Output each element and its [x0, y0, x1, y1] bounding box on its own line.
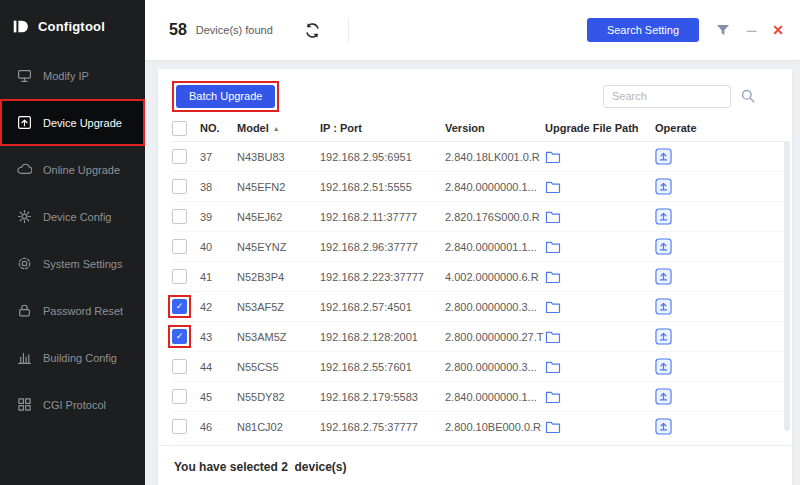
cell-version: 2.840.0000000.1... [445, 181, 545, 193]
upgrade-device-icon[interactable] [655, 208, 672, 225]
browse-upgrade-file-icon[interactable] [545, 270, 561, 284]
browse-upgrade-file-icon[interactable] [545, 150, 561, 164]
table-row: 46N81CJ02192.168.2.75:377772.800.10BE000… [172, 412, 786, 442]
browse-upgrade-file-icon[interactable] [545, 330, 561, 344]
cell-model: N45EJ62 [237, 211, 320, 223]
upgrade-device-icon[interactable] [655, 298, 672, 315]
minimize-button[interactable]: ─ [747, 24, 756, 37]
logo-icon [12, 19, 31, 34]
search-button[interactable] [740, 88, 756, 104]
row-checkbox[interactable] [172, 149, 187, 164]
sidebar-item-device-config[interactable]: Device Config [0, 193, 145, 240]
header-no[interactable]: NO. [200, 122, 237, 134]
cell-ip-port: 192.168.2.223:37777 [320, 271, 445, 283]
close-button[interactable]: ✕ [772, 23, 784, 37]
table-row: 45N55DY82192.168.2.179:55832.840.0000000… [172, 382, 786, 412]
row-checkbox[interactable]: ✓ [172, 299, 187, 314]
cell-ip-port: 192.168.2.55:7601 [320, 361, 445, 373]
row-checkbox[interactable] [172, 389, 187, 404]
table-row: 41N52B3P4192.168.2.223:377774.002.000000… [172, 262, 786, 292]
device-count: 58 [169, 21, 187, 39]
row-checkbox[interactable] [172, 419, 187, 434]
header-ip-port[interactable]: IP : Port [320, 122, 445, 134]
checkbox-highlight [172, 149, 187, 164]
browse-upgrade-file-icon[interactable] [545, 210, 561, 224]
device-upgrade-icon [17, 115, 32, 130]
sidebar-item-device-upgrade[interactable]: Device Upgrade [0, 99, 145, 146]
cell-no: 40 [200, 241, 237, 253]
cell-model: N45EYNZ [237, 241, 320, 253]
checkbox-highlight [172, 239, 187, 254]
upgrade-device-icon[interactable] [655, 418, 672, 435]
table-row: 38N45EFN2192.168.2.51:55552.840.0000000.… [172, 172, 786, 202]
checkbox-highlight [172, 209, 187, 224]
sidebar-item-label: Password Reset [43, 305, 123, 317]
upgrade-device-icon[interactable] [655, 268, 672, 285]
topbar-right: Search Setting ─ ✕ [587, 18, 784, 42]
modify-ip-icon [17, 68, 32, 83]
cell-model: N81CJ02 [237, 421, 320, 433]
online-upgrade-icon [17, 162, 32, 177]
cell-model: N43BU83 [237, 151, 320, 163]
cell-version: 2.800.0000000.3... [445, 301, 545, 313]
row-checkbox[interactable]: ✓ [172, 329, 187, 344]
browse-upgrade-file-icon[interactable] [545, 180, 561, 194]
cell-model: N52B3P4 [237, 271, 320, 283]
browse-upgrade-file-icon[interactable] [545, 420, 561, 434]
row-checkbox[interactable] [172, 179, 187, 194]
select-all-checkbox[interactable] [172, 121, 187, 136]
sidebar-item-online-upgrade[interactable]: Online Upgrade [0, 146, 145, 193]
upgrade-device-icon[interactable] [655, 328, 672, 345]
browse-upgrade-file-icon[interactable] [545, 360, 561, 374]
sidebar-item-building-config[interactable]: Building Config [0, 334, 145, 381]
upgrade-device-icon[interactable] [655, 388, 672, 405]
checkbox-highlight [172, 419, 187, 434]
app-logo: Configtool [0, 0, 145, 52]
batch-upgrade-button[interactable]: Batch Upgrade [176, 85, 275, 108]
sort-asc-icon[interactable]: ▲ [273, 125, 280, 132]
checkbox-highlight: ✓ [172, 329, 187, 344]
row-checkbox[interactable] [172, 359, 187, 374]
search-input[interactable] [603, 85, 731, 108]
table-row: 39N45EJ62192.168.2.11:377772.820.176S000… [172, 202, 786, 232]
content: Batch Upgrade [145, 60, 800, 485]
sidebar-item-cgi-protocol[interactable]: CGI Protocol [0, 381, 145, 428]
cell-no: 43 [200, 331, 237, 343]
filter-button[interactable] [715, 22, 731, 38]
upgrade-device-icon[interactable] [655, 178, 672, 195]
search-setting-button[interactable]: Search Setting [587, 18, 699, 42]
upgrade-device-icon[interactable] [655, 358, 672, 375]
cell-version: 2.820.176S000.0.R [445, 211, 545, 223]
filter-icon [715, 22, 731, 38]
sidebar-item-modify-ip[interactable]: Modify IP [0, 52, 145, 99]
browse-upgrade-file-icon[interactable] [545, 390, 561, 404]
search-area [603, 85, 756, 108]
row-checkbox[interactable] [172, 239, 187, 254]
batch-upgrade-highlight: Batch Upgrade [172, 81, 279, 112]
refresh-button[interactable] [303, 21, 322, 40]
table-scrollbar[interactable] [784, 141, 790, 431]
checkbox-highlight: ✓ [172, 299, 187, 314]
upgrade-device-icon[interactable] [655, 148, 672, 165]
sidebar-nav: Modify IPDevice UpgradeOnline UpgradeDev… [0, 52, 145, 428]
configtool-window: Configtool Modify IPDevice UpgradeOnline… [0, 0, 800, 485]
cell-model: N53AM5Z [237, 331, 320, 343]
row-checkbox[interactable] [172, 209, 187, 224]
header-model[interactable]: Model [237, 122, 269, 134]
selection-summary: You have selected 2 device(s) [158, 445, 792, 485]
cell-model: N55CS5 [237, 361, 320, 373]
upgrade-device-icon[interactable] [655, 238, 672, 255]
sidebar: Configtool Modify IPDevice UpgradeOnline… [0, 0, 145, 485]
header-version[interactable]: Version [445, 122, 545, 134]
browse-upgrade-file-icon[interactable] [545, 240, 561, 254]
cell-version: 2.800.10BE000.0.R [445, 421, 545, 433]
cell-model: N53AF5Z [237, 301, 320, 313]
sidebar-item-password-reset[interactable]: Password Reset [0, 287, 145, 334]
row-checkbox[interactable] [172, 269, 187, 284]
cell-ip-port: 192.168.2.128:2001 [320, 331, 445, 343]
browse-upgrade-file-icon[interactable] [545, 300, 561, 314]
sidebar-item-system-settings[interactable]: System Settings [0, 240, 145, 287]
checkbox-highlight [172, 389, 187, 404]
cell-model: N45EFN2 [237, 181, 320, 193]
close-icon: ✕ [772, 23, 784, 37]
